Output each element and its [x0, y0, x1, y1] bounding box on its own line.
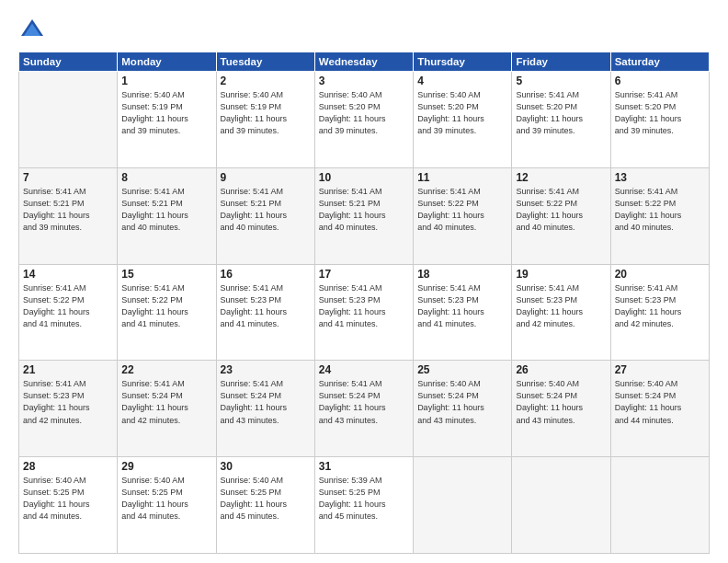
- day-info: Sunrise: 5:41 AM Sunset: 5:23 PM Dayligh…: [319, 282, 409, 330]
- calendar-cell: 20Sunrise: 5:41 AM Sunset: 5:23 PM Dayli…: [610, 264, 709, 361]
- calendar-header-wednesday: Wednesday: [314, 52, 413, 72]
- calendar-cell: 9Sunrise: 5:41 AM Sunset: 5:21 PM Daylig…: [216, 167, 314, 264]
- day-number: 14: [23, 268, 113, 281]
- calendar-cell: 23Sunrise: 5:41 AM Sunset: 5:24 PM Dayli…: [216, 361, 314, 457]
- day-info: Sunrise: 5:41 AM Sunset: 5:23 PM Dayligh…: [417, 282, 507, 330]
- calendar-header-friday: Friday: [512, 52, 610, 72]
- day-info: Sunrise: 5:41 AM Sunset: 5:22 PM Dayligh…: [417, 186, 507, 234]
- calendar-cell: 4Sunrise: 5:40 AM Sunset: 5:20 PM Daylig…: [414, 72, 512, 168]
- day-number: 6: [615, 75, 705, 87]
- calendar-cell: 22Sunrise: 5:41 AM Sunset: 5:24 PM Dayli…: [118, 361, 216, 457]
- calendar-header-thursday: Thursday: [414, 52, 512, 72]
- calendar-week-1: 1Sunrise: 5:40 AM Sunset: 5:19 PM Daylig…: [19, 72, 710, 168]
- day-number: 21: [23, 363, 113, 376]
- day-info: Sunrise: 5:40 AM Sunset: 5:25 PM Dayligh…: [23, 475, 113, 523]
- day-number: 2: [221, 75, 311, 87]
- calendar-cell: 26Sunrise: 5:40 AM Sunset: 5:24 PM Dayli…: [512, 361, 610, 457]
- day-info: Sunrise: 5:41 AM Sunset: 5:24 PM Dayligh…: [319, 378, 409, 426]
- day-info: Sunrise: 5:40 AM Sunset: 5:24 PM Dayligh…: [417, 378, 507, 426]
- calendar-cell: 16Sunrise: 5:41 AM Sunset: 5:23 PM Dayli…: [216, 264, 314, 361]
- day-info: Sunrise: 5:41 AM Sunset: 5:21 PM Dayligh…: [319, 186, 409, 234]
- day-number: 24: [319, 363, 409, 376]
- header: [18, 17, 710, 44]
- day-info: Sunrise: 5:41 AM Sunset: 5:23 PM Dayligh…: [23, 378, 113, 426]
- calendar-week-4: 21Sunrise: 5:41 AM Sunset: 5:23 PM Dayli…: [19, 361, 710, 457]
- day-info: Sunrise: 5:41 AM Sunset: 5:20 PM Dayligh…: [516, 89, 606, 137]
- logo: [18, 17, 50, 44]
- calendar-cell: 2Sunrise: 5:40 AM Sunset: 5:19 PM Daylig…: [216, 72, 314, 168]
- day-number: 19: [516, 268, 606, 281]
- day-info: Sunrise: 5:41 AM Sunset: 5:21 PM Dayligh…: [121, 186, 211, 234]
- day-info: Sunrise: 5:40 AM Sunset: 5:25 PM Dayligh…: [221, 475, 311, 523]
- day-info: Sunrise: 5:40 AM Sunset: 5:20 PM Dayligh…: [319, 89, 409, 137]
- day-number: 26: [516, 363, 606, 376]
- day-number: 20: [615, 268, 705, 281]
- day-number: 29: [121, 460, 211, 473]
- calendar-cell: 7Sunrise: 5:41 AM Sunset: 5:21 PM Daylig…: [19, 167, 118, 264]
- calendar-cell: 25Sunrise: 5:40 AM Sunset: 5:24 PM Dayli…: [414, 361, 512, 457]
- calendar-header-sunday: Sunday: [19, 52, 118, 72]
- calendar-cell: 10Sunrise: 5:41 AM Sunset: 5:21 PM Dayli…: [314, 167, 413, 264]
- calendar-cell: 18Sunrise: 5:41 AM Sunset: 5:23 PM Dayli…: [414, 264, 512, 361]
- calendar: SundayMondayTuesdayWednesdayThursdayFrid…: [18, 52, 710, 554]
- day-info: Sunrise: 5:40 AM Sunset: 5:19 PM Dayligh…: [121, 89, 211, 137]
- day-info: Sunrise: 5:41 AM Sunset: 5:21 PM Dayligh…: [23, 186, 113, 234]
- calendar-cell: 28Sunrise: 5:40 AM Sunset: 5:25 PM Dayli…: [19, 457, 118, 554]
- day-info: Sunrise: 5:41 AM Sunset: 5:20 PM Dayligh…: [615, 89, 705, 137]
- day-number: 28: [23, 460, 113, 473]
- calendar-header-tuesday: Tuesday: [216, 52, 314, 72]
- day-number: 5: [516, 75, 606, 87]
- day-number: 18: [417, 268, 507, 281]
- calendar-cell: 19Sunrise: 5:41 AM Sunset: 5:23 PM Dayli…: [512, 264, 610, 361]
- calendar-cell: 27Sunrise: 5:40 AM Sunset: 5:24 PM Dayli…: [610, 361, 709, 457]
- day-info: Sunrise: 5:40 AM Sunset: 5:25 PM Dayligh…: [121, 475, 211, 523]
- calendar-cell: [19, 72, 118, 168]
- day-info: Sunrise: 5:39 AM Sunset: 5:25 PM Dayligh…: [319, 475, 409, 523]
- day-number: 4: [417, 75, 507, 87]
- calendar-cell: 5Sunrise: 5:41 AM Sunset: 5:20 PM Daylig…: [512, 72, 610, 168]
- calendar-cell: 29Sunrise: 5:40 AM Sunset: 5:25 PM Dayli…: [118, 457, 216, 554]
- day-number: 8: [121, 171, 211, 184]
- day-number: 9: [221, 171, 311, 184]
- day-info: Sunrise: 5:41 AM Sunset: 5:21 PM Dayligh…: [221, 186, 311, 234]
- day-number: 25: [417, 363, 507, 376]
- day-number: 15: [121, 268, 211, 281]
- day-number: 23: [221, 363, 311, 376]
- day-number: 30: [221, 460, 311, 473]
- calendar-cell: 21Sunrise: 5:41 AM Sunset: 5:23 PM Dayli…: [19, 361, 118, 457]
- day-number: 7: [23, 171, 113, 184]
- calendar-cell: [512, 457, 610, 554]
- day-number: 16: [221, 268, 311, 281]
- day-info: Sunrise: 5:41 AM Sunset: 5:24 PM Dayligh…: [121, 378, 211, 426]
- day-number: 31: [319, 460, 409, 473]
- calendar-week-3: 14Sunrise: 5:41 AM Sunset: 5:22 PM Dayli…: [19, 264, 710, 361]
- calendar-cell: 12Sunrise: 5:41 AM Sunset: 5:22 PM Dayli…: [512, 167, 610, 264]
- calendar-cell: 30Sunrise: 5:40 AM Sunset: 5:25 PM Dayli…: [216, 457, 314, 554]
- day-info: Sunrise: 5:41 AM Sunset: 5:22 PM Dayligh…: [121, 282, 211, 330]
- day-info: Sunrise: 5:41 AM Sunset: 5:22 PM Dayligh…: [516, 186, 606, 234]
- calendar-cell: 17Sunrise: 5:41 AM Sunset: 5:23 PM Dayli…: [314, 264, 413, 361]
- calendar-header-saturday: Saturday: [610, 52, 709, 72]
- day-info: Sunrise: 5:41 AM Sunset: 5:23 PM Dayligh…: [615, 282, 705, 330]
- calendar-week-5: 28Sunrise: 5:40 AM Sunset: 5:25 PM Dayli…: [19, 457, 710, 554]
- calendar-cell: 15Sunrise: 5:41 AM Sunset: 5:22 PM Dayli…: [118, 264, 216, 361]
- calendar-cell: [414, 457, 512, 554]
- calendar-cell: [610, 457, 709, 554]
- calendar-header-row: SundayMondayTuesdayWednesdayThursdayFrid…: [19, 52, 710, 72]
- day-number: 12: [516, 171, 606, 184]
- calendar-week-2: 7Sunrise: 5:41 AM Sunset: 5:21 PM Daylig…: [19, 167, 710, 264]
- day-info: Sunrise: 5:41 AM Sunset: 5:23 PM Dayligh…: [221, 282, 311, 330]
- day-number: 3: [319, 75, 409, 87]
- day-info: Sunrise: 5:40 AM Sunset: 5:19 PM Dayligh…: [221, 89, 311, 137]
- day-info: Sunrise: 5:40 AM Sunset: 5:24 PM Dayligh…: [615, 378, 705, 426]
- calendar-cell: 8Sunrise: 5:41 AM Sunset: 5:21 PM Daylig…: [118, 167, 216, 264]
- day-info: Sunrise: 5:41 AM Sunset: 5:22 PM Dayligh…: [23, 282, 113, 330]
- calendar-cell: 1Sunrise: 5:40 AM Sunset: 5:19 PM Daylig…: [118, 72, 216, 168]
- day-info: Sunrise: 5:41 AM Sunset: 5:24 PM Dayligh…: [221, 378, 311, 426]
- day-number: 11: [417, 171, 507, 184]
- calendar-cell: 6Sunrise: 5:41 AM Sunset: 5:20 PM Daylig…: [610, 72, 709, 168]
- calendar-header-monday: Monday: [118, 52, 216, 72]
- day-info: Sunrise: 5:41 AM Sunset: 5:22 PM Dayligh…: [615, 186, 705, 234]
- day-number: 27: [615, 363, 705, 376]
- day-info: Sunrise: 5:40 AM Sunset: 5:24 PM Dayligh…: [516, 378, 606, 426]
